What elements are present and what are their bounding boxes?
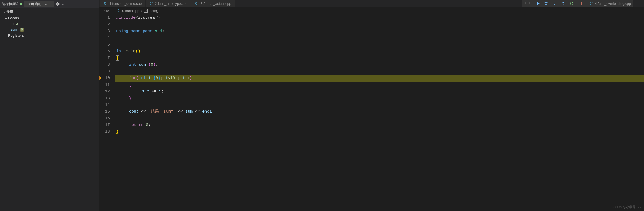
breadcrumb: src_1 › C⁺ 0.main.cpp › ⬡ main() (99, 7, 644, 14)
code-line[interactable]: int sum {0}; (115, 61, 644, 68)
code-line[interactable]: sum += i; (115, 88, 644, 95)
cpp-file-icon: C⁺ (117, 9, 121, 13)
code-line[interactable]: return 0; (115, 122, 644, 128)
svg-point-1 (554, 4, 555, 5)
svg-point-0 (545, 4, 547, 5)
gutter-line[interactable]: 13 (99, 95, 110, 102)
locals-header-label: Locals (8, 16, 19, 20)
editor-tab[interactable]: C⁺2.func_prototype.cpp (146, 0, 191, 7)
continue-icon[interactable] (535, 1, 540, 6)
code-line[interactable] (115, 21, 644, 28)
svg-rect-3 (579, 2, 582, 5)
chevron-right-icon: › (141, 9, 142, 13)
ellipsis-icon[interactable]: ⋯ (62, 2, 66, 6)
gutter-line[interactable]: 3 (99, 28, 110, 35)
stop-icon[interactable] (578, 1, 582, 6)
chevron-right-icon: › (4, 34, 8, 38)
svg-point-2 (563, 4, 564, 5)
restart-icon[interactable] (570, 1, 574, 6)
variables-header-label: 变量 (6, 9, 13, 14)
variable-item[interactable]: i:3 (0, 21, 99, 27)
run-debug-label: 运行和调试 (2, 2, 18, 6)
gutter-line[interactable]: 10 (99, 75, 110, 82)
code-line[interactable] (115, 68, 644, 75)
debug-floating-toolbar: ⋮⋮ C⁺ 4.func_overloading.cpp (522, 0, 633, 7)
gutter-line[interactable]: 17 (99, 122, 110, 128)
start-debug-icon[interactable] (19, 2, 23, 6)
code-line[interactable]: { (115, 82, 644, 88)
locals-section[interactable]: ⌄ Locals (0, 15, 99, 21)
launch-config-select[interactable]: (gdb) 启动 ⌄ (24, 1, 54, 7)
gutter-line[interactable]: 9 (99, 68, 110, 75)
code-line[interactable] (115, 102, 644, 108)
code-editor[interactable]: 123456789101112131415161718 #include<ios… (99, 14, 644, 211)
gutter-line[interactable]: 1 (99, 14, 110, 21)
editor-main: C⁺1.function_demo.cppC⁺2.func_prototype.… (99, 0, 644, 211)
cpp-file-icon: C⁺ (104, 2, 108, 5)
step-over-icon[interactable] (544, 1, 548, 6)
gutter-line[interactable]: 15 (99, 108, 110, 115)
code-line[interactable] (115, 41, 644, 48)
breadcrumb-symbol[interactable]: ⬡ main() (144, 9, 159, 13)
code-area[interactable]: #include<iostream>using namespace std;in… (115, 14, 644, 211)
code-line[interactable]: #include<iostream> (115, 14, 644, 21)
breadcrumb-folder[interactable]: src_1 (104, 9, 113, 13)
tab-label: 1.function_demo.cpp (109, 2, 142, 6)
variable-value: 3 (16, 22, 18, 26)
method-icon: ⬡ (144, 9, 148, 13)
variables-section[interactable]: ⌄ 变量 (0, 8, 99, 15)
chevron-right-icon: › (115, 9, 116, 13)
gutter-line[interactable]: 14 (99, 102, 110, 108)
registers-header-label: Registers (8, 34, 24, 38)
current-execution-icon (99, 76, 102, 80)
cpp-file-icon: C⁺ (149, 2, 153, 5)
variable-item[interactable]: sum:6 (0, 27, 99, 32)
variable-name: sum (11, 28, 17, 32)
gutter-line[interactable]: 16 (99, 115, 110, 122)
code-line[interactable] (115, 35, 644, 41)
editor-tab[interactable]: C⁺1.function_demo.cpp (100, 0, 146, 7)
editor-tab[interactable]: C⁺3.formal_actual.cpp (191, 0, 235, 7)
launch-config-label: (gdb) 启动 (27, 2, 41, 6)
gear-icon[interactable] (56, 2, 60, 6)
registers-section[interactable]: › Registers (0, 32, 99, 39)
gutter-line[interactable]: 11 (99, 82, 110, 88)
debug-sidebar: 运行和调试 (gdb) 启动 ⌄ ⋯ ⌄ 变量 ⌄ Locals i:3sum:… (0, 0, 99, 211)
extra-tab-label: 4.func_overloading.cpp (595, 2, 631, 6)
variable-name: i (11, 22, 13, 26)
cpp-file-icon: C⁺ (589, 2, 593, 5)
breadcrumb-file[interactable]: C⁺ 0.main.cpp (117, 9, 139, 13)
gutter-line[interactable]: 12 (99, 88, 110, 95)
gutter-line[interactable]: 5 (99, 41, 110, 48)
debug-toolbar-top: 运行和调试 (gdb) 启动 ⌄ ⋯ (0, 0, 99, 8)
extra-tab[interactable]: C⁺ 4.func_overloading.cpp (589, 2, 631, 6)
code-line[interactable]: } (115, 95, 644, 102)
drag-handle-icon[interactable]: ⋮⋮ (524, 2, 531, 6)
chevron-down-icon: ⌄ (2, 10, 6, 14)
code-line[interactable] (115, 115, 644, 122)
cpp-file-icon: C⁺ (195, 2, 199, 5)
chevron-down-icon: ⌄ (44, 2, 47, 6)
gutter-line[interactable]: 2 (99, 21, 110, 28)
gutter-line[interactable]: 4 (99, 35, 110, 41)
gutter-line[interactable]: 7 (99, 55, 110, 61)
code-line[interactable]: using namespace std; (115, 28, 644, 35)
variable-value: 6 (20, 28, 24, 32)
code-line[interactable]: cout << "结果: sum=" << sum << endl; (115, 108, 644, 115)
code-line[interactable]: } (115, 128, 644, 135)
gutter-line[interactable]: 6 (99, 48, 110, 55)
line-gutter: 123456789101112131415161718 (99, 14, 115, 211)
step-out-icon[interactable] (561, 1, 565, 6)
code-line[interactable]: for(int i {0}; i<101; i++) (115, 75, 644, 82)
tab-label: 3.formal_actual.cpp (201, 2, 231, 6)
code-line[interactable]: { (115, 55, 644, 61)
tab-label: 2.func_prototype.cpp (155, 2, 187, 6)
watermark: CSDN @小啊磊_Vv (613, 205, 641, 209)
code-line[interactable]: int main() (115, 48, 644, 55)
step-into-icon[interactable] (552, 1, 557, 6)
chevron-down-icon: ⌄ (4, 16, 8, 20)
gutter-line[interactable]: 8 (99, 61, 110, 68)
gutter-line[interactable]: 18 (99, 128, 110, 135)
